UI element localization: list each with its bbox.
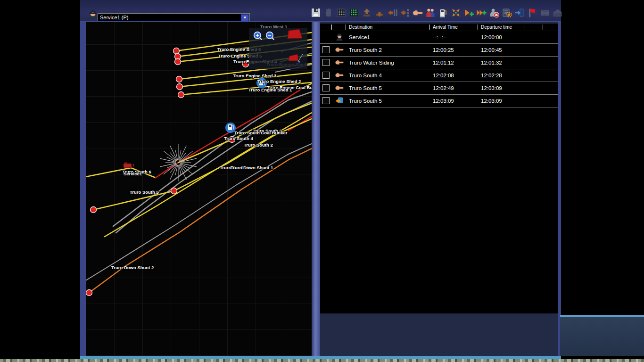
- map-label: Truro South 5: [130, 189, 159, 195]
- map-label: Truro Down Shunt 2: [111, 265, 154, 270]
- depot-icon[interactable]: [552, 7, 564, 19]
- map-viewport[interactable]: 1 Truro West 1Truro Engine Shed 6Truro E…: [86, 22, 312, 356]
- move-down-icon[interactable]: [373, 7, 386, 19]
- map-label: Truro Engine Shed 3: [233, 73, 276, 78]
- footer-panel: Ok: [560, 315, 644, 356]
- refuel-icon[interactable]: [437, 7, 449, 19]
- save-icon[interactable]: [310, 7, 322, 19]
- row-checkbox[interactable]: [322, 72, 330, 79]
- arrival-time-cell: --:--:--: [429, 34, 478, 40]
- timetable: DestinationArrival TimeDeparture time Se…: [320, 24, 558, 313]
- table-row[interactable]: Truro South 512:03:0912:03:09: [320, 95, 558, 107]
- fit-view-icon[interactable]: [450, 7, 462, 19]
- shed-shapes: [249, 28, 307, 69]
- destination-cell: Service1: [346, 34, 429, 40]
- checkbox-cell: [320, 97, 331, 105]
- hand-icon: [335, 72, 344, 79]
- game-world-strip: [0, 359, 644, 362]
- row-icon-cell: [331, 32, 346, 42]
- map-overlay-panel: [249, 28, 307, 69]
- destination-cell: Truro South 5: [346, 98, 429, 104]
- map-label: Truro Engine Shed 2: [257, 79, 301, 84]
- flag-icon[interactable]: [526, 7, 538, 19]
- add-instruction-icon[interactable]: [475, 7, 487, 19]
- departure-time-cell: 12:02:28: [478, 73, 525, 78]
- grid-green-icon[interactable]: [348, 7, 360, 19]
- console-icon[interactable]: [539, 7, 551, 19]
- column-header[interactable]: Arrival Time: [429, 24, 478, 31]
- timetable-body: Service1--:--:--12:00:00 Truro South 212…: [320, 31, 558, 107]
- timetable-editor-window: Service1 (P) ▼: [80, 0, 561, 359]
- column-header[interactable]: [525, 24, 543, 31]
- column-header[interactable]: Destination: [346, 24, 429, 31]
- toolbar: [310, 6, 564, 20]
- map-label: Truro South 2: [244, 142, 273, 148]
- pointer-hand-icon[interactable]: [412, 7, 424, 19]
- column-header[interactable]: [331, 24, 346, 31]
- arrival-time-cell: 12:00:25: [429, 47, 478, 53]
- table-row[interactable]: Truro South 512:02:4912:03:09: [320, 82, 558, 95]
- departure-time-cell: 12:03:09: [478, 98, 525, 104]
- checkbox-cell: [320, 72, 331, 80]
- checkbox-cell: [320, 59, 331, 67]
- destination-cell: Truro South 4: [346, 73, 429, 78]
- row-icon-cell: [331, 46, 346, 54]
- column-header[interactable]: Departure time: [478, 24, 525, 31]
- destination-cell: Truro Water Siding: [346, 60, 429, 66]
- panel-divider: [312, 22, 320, 356]
- arrival-time-cell: 12:01:12: [429, 60, 478, 66]
- table-row[interactable]: Truro Water Siding12:01:1212:01:32: [320, 57, 558, 69]
- screen: Service1 (P) ▼: [0, 0, 644, 362]
- right-panel: DestinationArrival TimeDeparture time Se…: [320, 22, 558, 356]
- map-label: Service1: [124, 171, 142, 176]
- add-service-icon[interactable]: [462, 7, 475, 19]
- column-header[interactable]: [543, 24, 558, 31]
- departure-time-cell: 12:00:45: [478, 47, 525, 53]
- table-row[interactable]: Service1--:--:--12:00:00: [320, 31, 558, 44]
- service-properties-icon[interactable]: [501, 7, 513, 19]
- departure-time-cell: 12:01:32: [478, 60, 525, 66]
- destination-cell: Truro South 2: [346, 47, 429, 53]
- driver-avatar-icon: [335, 32, 344, 41]
- map-label: Truro Down Shunt 1: [231, 165, 273, 170]
- chevron-down-icon[interactable]: ▼: [241, 14, 249, 21]
- arrival-time-cell: 12:02:08: [429, 73, 478, 78]
- row-checkbox[interactable]: [322, 84, 330, 91]
- column-header[interactable]: [320, 24, 331, 31]
- insert-right-icon[interactable]: [399, 7, 411, 19]
- hand-icon: [335, 59, 344, 66]
- row-checkbox[interactable]: [322, 59, 330, 66]
- table-row[interactable]: Truro South 212:00:2512:00:45: [320, 44, 558, 57]
- map-label: Truro Engine Shed 1: [248, 87, 292, 92]
- arrival-time-cell: 12:02:49: [429, 85, 478, 91]
- move-up-icon[interactable]: [361, 7, 373, 19]
- departure-time-cell: 12:03:09: [478, 85, 525, 91]
- row-checkbox[interactable]: [322, 46, 330, 53]
- destination-cell: Truro South 5: [346, 85, 429, 91]
- row-icon-cell: [331, 72, 346, 80]
- row-icon-cell: [331, 97, 346, 106]
- table-row[interactable]: Truro South 412:02:0812:02:28: [320, 69, 558, 82]
- service-select-value: Service1 (P): [100, 15, 129, 20]
- remove-service-icon[interactable]: [488, 7, 500, 19]
- service-select[interactable]: Service1 (P) ▼: [98, 13, 250, 21]
- shift-right-icon[interactable]: [386, 7, 398, 19]
- map-label: Truro South Coal Bunker: [234, 130, 287, 135]
- timetable-header: DestinationArrival TimeDeparture time: [320, 24, 558, 31]
- checkbox-cell: [320, 84, 331, 92]
- hand-icon: [335, 46, 344, 53]
- hand-icon: [335, 84, 344, 91]
- goto-icon: [335, 97, 344, 105]
- grid-small-icon[interactable]: [335, 7, 347, 19]
- go-to-icon[interactable]: [513, 7, 526, 19]
- map-label: Truro South 4: [224, 136, 253, 141]
- departure-time-cell: 12:00:00: [478, 34, 525, 40]
- delete-icon[interactable]: [322, 7, 335, 19]
- checkbox-cell: [320, 46, 331, 54]
- passengers-icon[interactable]: [424, 7, 437, 19]
- row-checkbox[interactable]: [322, 97, 330, 104]
- top-bar: Service1 (P) ▼: [80, 0, 561, 22]
- arrival-time-cell: 12:03:09: [429, 98, 478, 104]
- map-labels: Truro West 1Truro Engine Shed 6Truro Eng…: [86, 22, 312, 356]
- window-bottom-border: [80, 356, 561, 359]
